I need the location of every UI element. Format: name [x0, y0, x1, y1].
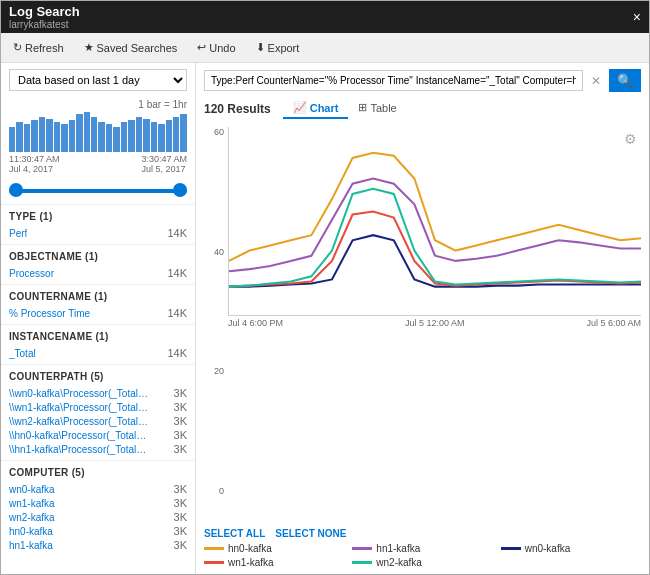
facet-name: \\wn1-kafka\Processor(_Total)\% Processo… [9, 402, 149, 413]
facet-count: 3K [174, 443, 187, 455]
title-bar: Log Search larrykafkatest × [1, 1, 649, 33]
histogram-bar [180, 114, 186, 152]
facet-count: 3K [174, 539, 187, 551]
facet-section: TYPE (1)Perf14K [1, 204, 195, 244]
select-all-button[interactable]: SELECT ALL [204, 528, 265, 539]
facet-count: 3K [174, 525, 187, 537]
left-panel: Data based on last 1 day 1 bar = 1hr 11:… [1, 63, 196, 574]
facet-count: 14K [167, 347, 187, 359]
view-tabs: 📈 Chart ⊞ Table [283, 98, 407, 119]
facet-count: 3K [174, 429, 187, 441]
facet-row[interactable]: \\hn1-kafka\Processor(_Total)\% Processo… [9, 442, 187, 456]
facet-row[interactable]: hn1-kafka3K [9, 538, 187, 552]
legend-item[interactable]: wn1-kafka [204, 557, 344, 568]
select-none-button[interactable]: SELECT NONE [275, 528, 346, 539]
legend-item[interactable]: wn2-kafka [352, 557, 492, 568]
legend-controls: SELECT ALL SELECT NONE [204, 528, 641, 539]
export-button[interactable]: ⬇ Export [252, 39, 304, 56]
histogram-label: 1 bar = 1hr [9, 99, 187, 110]
time-slider[interactable] [9, 182, 187, 200]
x-axis-labels: Jul 4 6:00 PM Jul 5 12:00 AM Jul 5 6:00 … [228, 316, 641, 328]
facet-section: OBJECTNAME (1)Processor14K [1, 244, 195, 284]
window-title: Log Search [9, 4, 80, 19]
histogram-bar [128, 120, 134, 152]
main-window: Log Search larrykafkatest × ↻ Refresh ★ … [0, 0, 650, 575]
histogram-area: 1 bar = 1hr 11:30:47 AMJul 4, 2017 3:30:… [9, 99, 187, 174]
facet-row[interactable]: wn1-kafka3K [9, 496, 187, 510]
legend-area: SELECT ALL SELECT NONE hn0-kafkahn1-kafk… [196, 524, 649, 574]
legend-item-label: wn0-kafka [525, 543, 571, 554]
histogram-bar [61, 124, 67, 152]
facet-row[interactable]: \\wn2-kafka\Processor(_Total)\% Processo… [9, 414, 187, 428]
slider-handle-right[interactable] [173, 183, 187, 197]
histogram-bar [24, 124, 30, 152]
histogram-bar [46, 119, 52, 152]
facet-count: 3K [174, 497, 187, 509]
line-chart [229, 127, 641, 312]
facet-section: COUNTERNAME (1)% Processor Time14K [1, 284, 195, 324]
search-button[interactable]: 🔍 [609, 69, 641, 92]
histogram-bar [166, 120, 172, 152]
facet-count: 14K [167, 267, 187, 279]
facet-count: 3K [174, 483, 187, 495]
histogram-bar [9, 127, 15, 152]
facet-title: INSTANCENAME (1) [9, 331, 187, 342]
histogram-bar [113, 127, 119, 152]
undo-button[interactable]: ↩ Undo [193, 39, 239, 56]
facet-row[interactable]: Perf14K [9, 226, 187, 240]
legend-item[interactable]: wn0-kafka [501, 543, 641, 554]
table-icon: ⊞ [358, 101, 367, 114]
histogram-bar [16, 122, 22, 152]
search-input[interactable] [204, 70, 583, 91]
facet-count: 3K [174, 401, 187, 413]
facet-row[interactable]: % Processor Time14K [9, 306, 187, 320]
facet-name: wn1-kafka [9, 498, 55, 509]
toolbar: ↻ Refresh ★ Saved Searches ↩ Undo ⬇ Expo… [1, 33, 649, 63]
histogram-bar [54, 122, 60, 152]
tab-chart[interactable]: 📈 Chart [283, 98, 349, 119]
date-start: 11:30:47 AMJul 4, 2017 [9, 154, 60, 174]
chart-settings-button[interactable]: ⚙ [624, 131, 637, 147]
facet-row[interactable]: hn0-kafka3K [9, 524, 187, 538]
close-button[interactable]: × [633, 9, 641, 25]
facet-row[interactable]: \\hn0-kafka\Processor(_Total)\% Processo… [9, 428, 187, 442]
export-icon: ⬇ [256, 41, 265, 54]
histogram-bar [31, 120, 37, 152]
slider-handle-left[interactable] [9, 183, 23, 197]
time-filter-select[interactable]: Data based on last 1 day [9, 69, 187, 91]
legend-items: hn0-kafkahn1-kafkawn0-kafkawn1-kafkawn2-… [204, 543, 641, 568]
results-header: 120 Results 📈 Chart ⊞ Table [196, 96, 649, 123]
legend-item[interactable]: hn0-kafka [204, 543, 344, 554]
histogram-bar [91, 117, 97, 152]
facet-title: COUNTERNAME (1) [9, 291, 187, 302]
facet-name: \\hn1-kafka\Processor(_Total)\% Processo… [9, 444, 149, 455]
facet-section: INSTANCENAME (1)_Total14K [1, 324, 195, 364]
histogram-bars [9, 112, 187, 152]
facet-title: TYPE (1) [9, 211, 187, 222]
x-label-1: Jul 4 6:00 PM [228, 318, 283, 328]
legend-color-swatch [352, 561, 372, 564]
legend-item-label: wn2-kafka [376, 557, 422, 568]
time-filter[interactable]: Data based on last 1 day [9, 69, 187, 91]
facet-title: COUNTERPATH (5) [9, 371, 187, 382]
refresh-button[interactable]: ↻ Refresh [9, 39, 68, 56]
facet-title: OBJECTNAME (1) [9, 251, 187, 262]
chart-icon: 📈 [293, 101, 307, 114]
histogram-bar [173, 117, 179, 152]
x-label-2: Jul 5 12:00 AM [405, 318, 465, 328]
legend-item[interactable]: hn1-kafka [352, 543, 492, 554]
histogram-dates: 11:30:47 AMJul 4, 2017 3:30:47 AMJul 5, … [9, 154, 187, 174]
tab-table[interactable]: ⊞ Table [348, 98, 406, 119]
histogram-bar [136, 117, 142, 152]
saved-searches-button[interactable]: ★ Saved Searches [80, 39, 182, 56]
clear-search-button[interactable]: ✕ [587, 74, 605, 88]
facet-row[interactable]: \\wn0-kafka\Processor(_Total)\% Processo… [9, 386, 187, 400]
facet-row[interactable]: _Total14K [9, 346, 187, 360]
facet-row[interactable]: \\wn1-kafka\Processor(_Total)\% Processo… [9, 400, 187, 414]
facet-section: COUNTERPATH (5)\\wn0-kafka\Processor(_To… [1, 364, 195, 460]
legend-item-label: hn0-kafka [228, 543, 272, 554]
facet-row[interactable]: wn2-kafka3K [9, 510, 187, 524]
facet-row[interactable]: wn0-kafka3K [9, 482, 187, 496]
facet-name: _Total [9, 348, 36, 359]
facet-row[interactable]: Processor14K [9, 266, 187, 280]
